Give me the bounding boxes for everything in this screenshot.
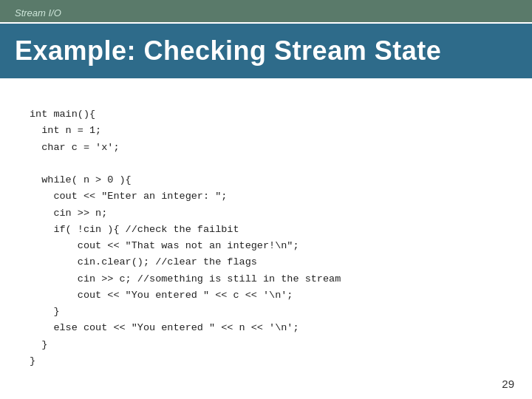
slide-title: Example: Checking Stream State [15, 35, 517, 66]
code-block: int main(){ int n = 1; char c = 'x'; whi… [30, 106, 502, 369]
category-label: Stream I/O [15, 7, 61, 18]
slide-container: Stream I/O Example: Checking Stream Stat… [0, 0, 532, 399]
title-bar: Example: Checking Stream State [0, 24, 532, 78]
category-label-bar: Stream I/O [0, 0, 532, 22]
content-area: int main(){ int n = 1; char c = 'x'; whi… [0, 89, 532, 399]
page-number: 29 [502, 378, 514, 390]
